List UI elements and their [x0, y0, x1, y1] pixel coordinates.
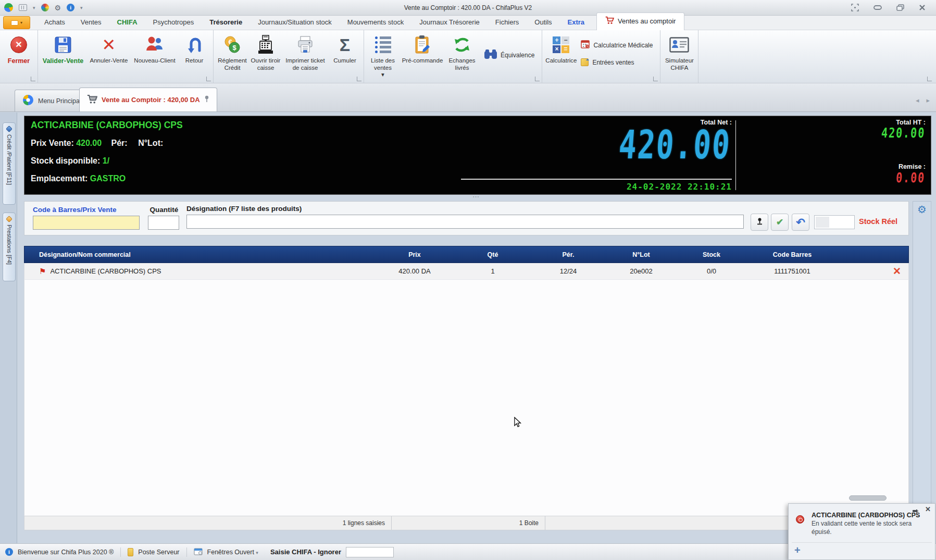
table-row[interactable]: ⚑ ACTICARBINE (CARBOPHOS) CPS 420.00 DA …: [24, 263, 909, 280]
tab-journaux-situation-stock[interactable]: Journaux/Situation stock: [250, 15, 340, 30]
minimize-button[interactable]: [873, 5, 882, 10]
cell-nlot: 20e002: [605, 267, 678, 275]
tab-scroll-left-icon[interactable]: ◂: [916, 96, 919, 104]
panel-resize-grip[interactable]: ⋯: [453, 195, 500, 199]
prestations-vertical-tab[interactable]: Prestations [F4]: [3, 213, 16, 281]
ribbon-group-ventes: Liste des ventes ▾ Pré-commande Echanges…: [364, 30, 542, 83]
credit-patient-vertical-tab[interactable]: Crédit /Patient [F11]: [3, 122, 16, 205]
tab-journaux-tresorerie[interactable]: Journaux Trésorerie: [411, 15, 488, 30]
display-product-name: ACTICARBINE (CARBOPHOS) CPS: [31, 120, 183, 131]
quick-access-caret-icon[interactable]: ▾: [80, 5, 83, 10]
echanges-livres-button[interactable]: Echanges livrés: [445, 33, 479, 71]
clipboard-pencil-icon: [414, 34, 431, 56]
cell-prix: 420.00 DA: [376, 267, 454, 275]
tab-tresorerie[interactable]: Trésorerie: [202, 15, 250, 30]
coins-icon: €$: [223, 34, 241, 56]
header-code-barres[interactable]: Code Barres: [745, 251, 839, 258]
precommande-button[interactable]: Pré-commande: [400, 33, 445, 65]
calculatrice-button[interactable]: +−×= Calculatrice: [544, 33, 578, 65]
tab-menu-principal[interactable]: Menu Principal: [15, 90, 89, 111]
group-launcher-icon[interactable]: [31, 77, 35, 81]
delete-row-icon[interactable]: ✕: [893, 266, 901, 277]
quantity-input[interactable]: [148, 216, 179, 230]
remise-value: 0.00: [895, 171, 926, 184]
cumuler-button[interactable]: Σ Cumuler: [328, 33, 361, 65]
stock-reel-box[interactable]: [814, 215, 855, 229]
group-launcher-icon[interactable]: [535, 77, 540, 81]
header-designation[interactable]: Désignation/Nom commercial: [24, 251, 376, 258]
display-datetime: 24-02-2022 22:10:21: [627, 182, 732, 192]
pin-icon[interactable]: [204, 95, 209, 104]
header-nlot[interactable]: N°Lot: [605, 251, 678, 258]
list-icon: [375, 34, 391, 56]
annuler-vente-label: Annuler-Vente: [90, 57, 128, 65]
undo-line-button[interactable]: ↶: [792, 214, 809, 231]
notification-popup: ✕ ACTICARBINE (CARBOPHOS) CPS En validan…: [788, 503, 935, 560]
valider-vente-label: Valider-Vente: [43, 57, 84, 65]
simulateur-chifa-button[interactable]: Simulateur CHIFA: [663, 33, 696, 71]
cell-stock: 0/0: [678, 267, 745, 275]
tab-ventes[interactable]: Ventes: [73, 15, 109, 30]
entrees-ventes-button[interactable]: Entrées ventes: [581, 58, 653, 66]
gear-icon[interactable]: ⚙: [55, 4, 61, 11]
scrollbar-thumb[interactable]: [849, 495, 887, 501]
chevron-down-icon[interactable]: ▾: [33, 5, 35, 10]
tab-chifa[interactable]: CHIFA: [109, 15, 145, 30]
designation-input[interactable]: [186, 215, 744, 229]
saisie-chifa-label: Saisie CHIFA - Ignorer: [270, 548, 341, 556]
info-icon[interactable]: i: [67, 4, 74, 11]
chevron-down-icon: ▾: [20, 20, 22, 25]
fenetres-ouvert-button[interactable]: Fenêtres Ouvert ▾: [207, 549, 258, 556]
echanges-livres-label: Echanges livrés: [445, 57, 479, 71]
boxes-count: 1 Boite: [392, 516, 545, 530]
retour-button[interactable]: Retour: [178, 33, 211, 65]
tab-scroll-right-icon[interactable]: ▸: [926, 96, 930, 104]
welcome-text: Bienvenue sur Chifa Plus 2020 ®: [18, 549, 114, 556]
ouvrir-tiroir-button[interactable]: Ouvrir tiroir caisse: [249, 33, 282, 71]
credit-patient-label: Crédit /Patient [F11]: [6, 134, 13, 185]
color-wheel-icon[interactable]: [41, 4, 49, 11]
app-menu-button[interactable]: ▾: [3, 16, 30, 29]
tab-achats[interactable]: Achats: [36, 15, 73, 30]
cumuler-label: Cumuler: [333, 57, 356, 65]
tab-ventes-au-comptoir[interactable]: Ventes au comptoir: [596, 13, 684, 30]
group-launcher-icon[interactable]: [653, 77, 658, 81]
header-per[interactable]: Pér.: [532, 251, 605, 258]
fullscreen-button[interactable]: [851, 4, 859, 11]
calculatrice-medicale-button[interactable]: Calculatrice Médicale: [581, 40, 653, 50]
fermer-button[interactable]: ✕ Fermer: [2, 33, 35, 65]
header-prix[interactable]: Prix: [376, 251, 454, 258]
tab-extra[interactable]: Extra: [560, 15, 593, 30]
ribbon-launcher-icon[interactable]: [927, 77, 932, 81]
window-layout-icon[interactable]: [19, 4, 27, 11]
header-qte[interactable]: Qté: [454, 251, 532, 258]
pin-entry-button[interactable]: [751, 214, 768, 231]
simulateur-chifa-label: Simulateur CHIFA: [663, 57, 696, 71]
fenetres-ouvert-label: Fenêtres Ouvert: [207, 549, 254, 556]
tab-fichiers[interactable]: Fichiers: [488, 15, 527, 30]
header-stock[interactable]: Stock: [678, 251, 745, 258]
validate-line-button[interactable]: ✔: [771, 214, 789, 231]
group-launcher-icon[interactable]: [357, 77, 361, 81]
barcode-input[interactable]: [33, 216, 140, 230]
add-icon[interactable]: +: [794, 544, 801, 556]
close-window-button[interactable]: [919, 4, 926, 11]
tab-psychotropes[interactable]: Psychotropes: [145, 15, 202, 30]
lines-count: 1 lignes saisies: [24, 516, 392, 530]
tab-vente-au-comptoir[interactable]: Vente au Comptoir : 420,00 DA: [79, 88, 217, 111]
return-arrow-icon: [187, 34, 202, 56]
nouveau-client-button[interactable]: Nouveau-Client: [132, 33, 178, 65]
liste-ventes-button[interactable]: Liste des ventes ▾: [366, 33, 400, 79]
saisie-chifa-input[interactable]: [346, 547, 394, 557]
reglement-credit-button[interactable]: €$ Réglement Crédit: [216, 33, 249, 71]
equivalence-button[interactable]: Équivalence: [479, 33, 540, 78]
tab-outils[interactable]: Outils: [527, 15, 559, 30]
gear-icon[interactable]: ⚙: [917, 204, 927, 215]
group-launcher-icon[interactable]: [206, 77, 211, 81]
tab-mouvements-stock[interactable]: Mouvements stock: [340, 15, 411, 30]
restore-button[interactable]: [896, 4, 904, 11]
imprimer-ticket-button[interactable]: Imprimer ticket de caisse: [282, 33, 328, 71]
annuler-vente-button[interactable]: ✕ Annuler-Vente: [86, 33, 132, 65]
valider-vente-button[interactable]: Valider-Vente: [40, 33, 86, 65]
sales-table: Désignation/Nom commercial Prix Qté Pér.…: [24, 246, 909, 530]
